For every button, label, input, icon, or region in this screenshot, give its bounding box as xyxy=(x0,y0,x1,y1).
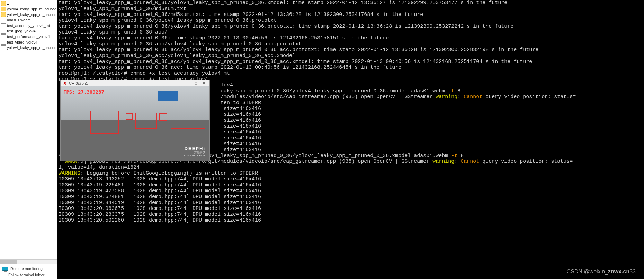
file-row[interactable]: yolov4_leaky_spp_m_pruned... xyxy=(0,45,57,50)
file-icon xyxy=(1,23,6,28)
follow-terminal-label: Follow terminal folder xyxy=(8,273,45,277)
file-icon xyxy=(1,29,6,34)
video-window[interactable]: X CH-0@prj1 — □ ✕ FPS: 27.309237 DEEPHi … xyxy=(60,80,210,161)
file-row[interactable]: adas01.webm xyxy=(0,17,57,23)
file-label: test_video_yolov4 xyxy=(7,40,37,44)
terminal-line: root@prj1:~/testyolo4# chmod +x test_acc… xyxy=(59,71,643,76)
terminal-line: yolov4_leaky_spp_m_pruned_0_36_acc/yolov… xyxy=(59,53,643,59)
watermark-logo: znwx.cn xyxy=(608,269,629,275)
terminal-line: I0309 13:43:19.427598 1028 demo.hpp:744]… xyxy=(59,188,643,194)
file-icon xyxy=(1,34,6,39)
terminal-line: I0309 13:43:18.993252 1028 demo.hpp:744]… xyxy=(59,176,643,182)
terminal-line: yolov4_leaky_spp_m_pruned_0_36/yolov4_le… xyxy=(59,18,643,24)
sidebar-footer: Remote monitoring Follow terminal folder xyxy=(0,264,57,279)
folder-icon xyxy=(1,1,6,6)
scrollbar-thumb[interactable] xyxy=(0,260,17,264)
video-window-titlebar[interactable]: X CH-0@prj1 — □ ✕ xyxy=(61,80,209,86)
x-app-icon: X xyxy=(63,81,67,85)
terminal-line: tar: yolov4_leaky_spp_m_pruned_0_36_acc:… xyxy=(59,65,643,71)
detection-bbox xyxy=(135,113,157,129)
terminal-line: I0309 13:43:19.624881 1028 demo.hpp:744]… xyxy=(59,194,643,200)
fps-overlay: FPS: 27.309237 xyxy=(63,89,104,95)
horizontal-scrollbar[interactable] xyxy=(0,259,57,264)
watermark-tail: 33 xyxy=(629,269,636,275)
detection-bbox xyxy=(90,111,119,134)
terminal-line: 1, value=14, duration=1624 xyxy=(59,165,643,170)
video-window-title: CH-0@prj1 xyxy=(69,81,88,85)
monitor-icon xyxy=(2,267,8,271)
road-sign xyxy=(158,91,178,101)
watermark: CSDN @weixin_znwx.cn33 xyxy=(567,269,636,275)
file-label: yolov4_leaky_spp_m_pruned... xyxy=(7,12,57,17)
terminal-line: tar: yolov4_leaky_spp_m_pruned_0_36_acc/… xyxy=(59,59,643,65)
terminal-line: yolov4_leaky_spp_m_pruned_0_36/md5sum.tx… xyxy=(59,6,643,12)
terminal-line: I0309 13:43:19.225481 1028 demo.hpp:744]… xyxy=(59,182,643,188)
video-frame: FPS: 27.309237 DEEPHi 深鉴科技 Now Part of X… xyxy=(61,86,209,161)
minimize-button[interactable]: — xyxy=(185,81,192,85)
folder-icon xyxy=(1,12,6,17)
file-label: test_performance_yolov4 xyxy=(7,35,50,39)
file-label: test_accuracy_yolov4_mt xyxy=(7,24,50,28)
file-icon xyxy=(1,45,6,50)
close-button[interactable]: ✕ xyxy=(200,81,207,85)
terminal-line: tar: yolov4_leaky_spp_m_pruned_0_36_acc/… xyxy=(59,47,643,53)
terminal-line: I0309 13:43:20.063675 1028 demo.hpp:744]… xyxy=(59,206,643,212)
file-icon xyxy=(1,18,6,22)
maximize-button[interactable]: □ xyxy=(192,81,200,85)
file-row[interactable]: test_performance_yolov4 xyxy=(0,34,57,39)
detection-bbox xyxy=(171,111,205,129)
remote-monitoring-label: Remote monitoring xyxy=(10,267,43,271)
file-label: .. xyxy=(7,1,9,6)
file-icon xyxy=(1,40,6,45)
terminal-line: yolov4_leaky_spp_m_pruned_0_36_acc/yolov… xyxy=(59,41,643,47)
brand-sub2: Now Part of Xilinx xyxy=(184,154,205,157)
terminal-line: WARNING: Logging before InitGoogleLoggin… xyxy=(59,170,643,176)
file-label: yolov4_leaky_spp_m_pruned... xyxy=(7,46,57,50)
file-label: adas01.webm xyxy=(7,18,31,22)
file-row[interactable]: .. xyxy=(0,1,57,6)
terminal-line: yolov4_leaky_spp_m_pruned_0_36_acc/ xyxy=(59,29,643,35)
watermark-csdn: CSDN @weixin_ xyxy=(567,269,608,275)
brand-main: DEEPHi xyxy=(184,146,205,151)
file-row[interactable]: yolov4_leaky_spp_m_pruned... xyxy=(0,12,57,17)
folder-icon xyxy=(1,7,6,11)
follow-checkbox[interactable] xyxy=(2,273,6,277)
file-list: ..yolov4_leaky_spp_m_pruned...yolov4_lea… xyxy=(0,0,57,259)
file-panel: ..yolov4_leaky_spp_m_pruned...yolov4_lea… xyxy=(0,0,57,279)
terminal-line: tar: yolov4_leaky_spp_m_pruned_0_36: tim… xyxy=(59,35,643,41)
file-row[interactable]: yolov4_leaky_spp_m_pruned... xyxy=(0,6,57,12)
file-row[interactable]: test_accuracy_yolov4_mt xyxy=(0,23,57,28)
terminal-line: tar: yolov4_leaky_spp_m_pruned_0_36/md5s… xyxy=(59,12,643,18)
detection-bbox xyxy=(159,113,167,121)
terminal-line: I0309 13:43:20.283375 1028 demo.hpp:744]… xyxy=(59,212,643,217)
file-label: yolov4_leaky_spp_m_pruned... xyxy=(7,7,57,11)
file-row[interactable]: test_jpeg_yolov4 xyxy=(0,28,57,34)
terminal-line: I0309 13:43:20.502260 1028 demo.hpp:744]… xyxy=(59,217,643,223)
terminal-line: tar: yolov4_leaky_spp_m_pruned_0_36/yolo… xyxy=(59,0,643,6)
file-label: test_jpeg_yolov4 xyxy=(7,29,36,33)
terminal-line: tar: yolov4_leaky_spp_m_pruned_0_36/yolo… xyxy=(59,24,643,29)
detection-bbox xyxy=(126,113,133,120)
file-row[interactable]: test_video_yolov4 xyxy=(0,39,57,45)
terminal-line: I0309 13:43:19.844519 1028 demo.hpp:744]… xyxy=(59,200,643,206)
brand-overlay: DEEPHi 深鉴科技 Now Part of Xilinx xyxy=(184,146,205,157)
